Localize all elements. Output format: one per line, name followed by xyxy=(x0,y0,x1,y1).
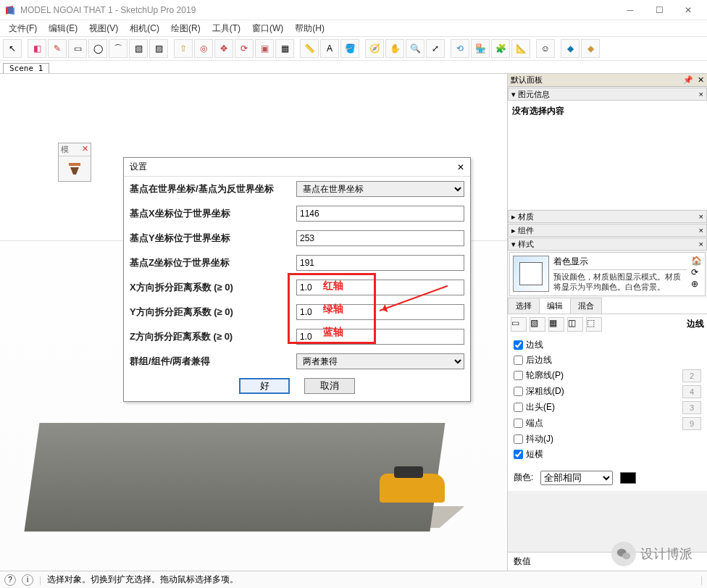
tool-offset[interactable]: ◎ xyxy=(194,39,213,58)
dialog-close-icon[interactable]: ✕ xyxy=(457,162,464,172)
chk-depth[interactable] xyxy=(514,387,523,396)
subtab-edit[interactable]: 编辑 xyxy=(539,298,571,314)
tool-pushpull[interactable]: ⇧ xyxy=(174,39,193,58)
panel-close-icon[interactable]: × xyxy=(699,240,703,248)
tool-user[interactable]: ☺ xyxy=(536,39,555,58)
color-mode-select[interactable]: 全部相同 xyxy=(540,471,613,485)
maximize-button[interactable]: ☐ xyxy=(645,0,674,20)
tool-select[interactable]: ↖ xyxy=(3,39,22,58)
subtab-mix[interactable]: 混合 xyxy=(570,298,602,314)
edge-settings-icon[interactable]: ▭ xyxy=(511,317,527,332)
chk-endpoints[interactable] xyxy=(514,419,523,428)
settings-dialog: 设置 ✕ 基点在世界坐标/基点为反世界坐标 基点在世界坐标 基点X坐标位于世界坐… xyxy=(123,157,471,402)
menu-tools[interactable]: 工具(T) xyxy=(206,21,246,36)
base-y-input[interactable] xyxy=(296,230,464,246)
tool-face[interactable]: ▧ xyxy=(129,39,148,58)
menu-view[interactable]: 视图(V) xyxy=(83,21,124,36)
status-icon-2[interactable]: i xyxy=(22,574,33,586)
text-icon: A xyxy=(327,43,332,54)
menu-help[interactable]: 帮助(H) xyxy=(289,21,330,36)
chk-edges-label: 边线 xyxy=(526,339,543,351)
viewport[interactable]: 模 ✕ 设置 ✕ 基点在世界坐标/基点为反世界坐标 基点在世界坐标 基点X坐标位… xyxy=(0,74,507,571)
styles-header[interactable]: ▾ 样式 × xyxy=(508,238,707,251)
pin-icon[interactable]: 📌 xyxy=(683,75,693,85)
tool-paint[interactable]: 🪣 xyxy=(340,39,359,58)
materials-header[interactable]: ▸ 材质 × xyxy=(508,210,707,223)
tool-book2[interactable]: ◆ xyxy=(581,39,600,58)
components-header[interactable]: ▸ 组件 × xyxy=(508,224,707,237)
tool-zoom-ext[interactable]: ⤢ xyxy=(426,39,445,58)
target-type-select[interactable]: 两者兼得 xyxy=(296,353,464,369)
tool-move[interactable]: ✥ xyxy=(214,39,233,58)
tray-close-icon[interactable]: ✕ xyxy=(698,75,704,85)
tool-extensions[interactable]: 🧩 xyxy=(491,39,510,58)
color-swatch[interactable] xyxy=(620,472,636,484)
style-update-icon[interactable]: ⟳ xyxy=(691,267,702,277)
tool-scale[interactable]: ▣ xyxy=(255,39,274,58)
profiles-value[interactable]: 2 xyxy=(682,369,701,382)
chk-short[interactable] xyxy=(514,450,523,459)
watermark-icon[interactable]: ◫ xyxy=(567,317,583,332)
panel-close-icon[interactable]: × xyxy=(699,212,703,221)
status-icon-1[interactable]: ? xyxy=(4,574,16,586)
eraser-icon: ◧ xyxy=(33,43,41,54)
tool-warehouse[interactable]: 🏪 xyxy=(471,39,490,58)
panel-close-icon[interactable]: × xyxy=(699,90,703,98)
tool-followme[interactable]: ▦ xyxy=(275,39,294,58)
floating-toolbar-header[interactable]: 模 ✕ xyxy=(59,143,91,156)
ext-value[interactable]: 3 xyxy=(682,401,701,414)
menu-edit[interactable]: 编辑(E) xyxy=(43,21,83,36)
tool-text[interactable]: A xyxy=(320,39,339,58)
menu-window[interactable]: 窗口(W) xyxy=(246,21,289,36)
entity-info-header[interactable]: ▾ 图元信息 × xyxy=(508,88,707,101)
tool-eraser[interactable]: ◧ xyxy=(28,39,46,58)
tray-header[interactable]: 默认面板 📌 ✕ xyxy=(508,74,707,87)
tool-circle[interactable]: ◯ xyxy=(88,39,107,58)
tool-pan[interactable]: ✋ xyxy=(385,39,404,58)
base-z-input[interactable] xyxy=(296,255,464,271)
tool-section[interactable]: ▨ xyxy=(149,39,168,58)
tool-rect[interactable]: ▭ xyxy=(68,39,87,58)
tool-arc[interactable]: ⌒ xyxy=(109,39,127,58)
face-settings-icon[interactable]: ▧ xyxy=(530,317,545,332)
endpoints-value[interactable]: 9 xyxy=(682,417,701,430)
style-new-icon[interactable]: 🏠 xyxy=(691,256,702,266)
ok-button[interactable]: 好 xyxy=(239,378,290,394)
chk-back[interactable] xyxy=(514,356,523,365)
style-subtabs: 选择 编辑 混合 xyxy=(508,298,707,314)
minimize-button[interactable]: ─ xyxy=(616,0,645,20)
modeling-icon[interactable]: ⬚ xyxy=(586,317,602,332)
factor-z-input[interactable] xyxy=(296,329,464,345)
tool-layout[interactable]: 📐 xyxy=(511,39,530,58)
base-x-input[interactable] xyxy=(296,206,464,222)
depth-value[interactable]: 4 xyxy=(682,385,701,398)
floating-toolbar-icon[interactable] xyxy=(59,156,91,181)
scene-tab-1[interactable]: Scene 1 xyxy=(3,63,49,73)
tool-rotate[interactable]: ⟳ xyxy=(235,39,254,58)
chk-ext[interactable] xyxy=(514,403,523,412)
tool-line[interactable]: ✎ xyxy=(48,39,67,58)
tool-orbit[interactable]: 🧭 xyxy=(365,39,384,58)
tool-prev-view[interactable]: ⟲ xyxy=(451,39,469,58)
panel-close-icon[interactable]: × xyxy=(699,226,703,235)
coord-mode-select[interactable]: 基点在世界坐标 xyxy=(296,181,464,197)
close-button[interactable]: ✕ xyxy=(674,0,703,20)
menu-camera[interactable]: 相机(C) xyxy=(124,21,165,36)
chk-profiles[interactable] xyxy=(514,371,523,380)
floating-toolbar-close-icon[interactable]: ✕ xyxy=(82,144,88,155)
tool-zoom[interactable]: 🔍 xyxy=(406,39,424,58)
dialog-titlebar[interactable]: 设置 ✕ xyxy=(124,158,470,177)
cancel-button[interactable]: 取消 xyxy=(304,378,355,394)
tool-book1[interactable]: ◆ xyxy=(561,39,580,58)
menu-draw[interactable]: 绘图(R) xyxy=(165,21,206,36)
chk-jitter[interactable] xyxy=(514,434,523,444)
menu-file[interactable]: 文件(F) xyxy=(3,21,43,36)
entity-info-title: 图元信息 xyxy=(518,90,550,98)
chk-edges[interactable] xyxy=(514,340,523,350)
style-thumbnail[interactable] xyxy=(513,256,549,292)
subtab-select[interactable]: 选择 xyxy=(508,298,540,314)
floating-toolbar[interactable]: 模 ✕ xyxy=(58,143,91,182)
bg-settings-icon[interactable]: ▦ xyxy=(548,317,564,332)
style-create-icon[interactable]: ⊕ xyxy=(691,279,702,289)
tool-tape[interactable]: 📏 xyxy=(300,39,319,58)
